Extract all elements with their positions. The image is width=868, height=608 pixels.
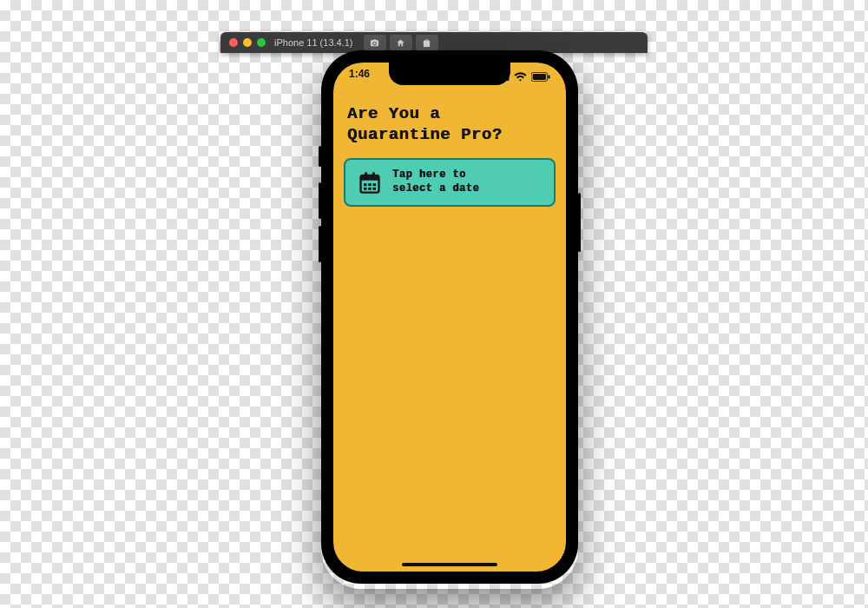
svg-rect-15 bbox=[368, 188, 372, 190]
select-date-label: Tap here to select a date bbox=[392, 169, 479, 195]
svg-rect-13 bbox=[373, 183, 377, 186]
phone-frame: 1:46 Are You a Quarantine Pro? bbox=[321, 50, 578, 584]
svg-rect-9 bbox=[365, 172, 367, 177]
page-title: Are You a Quarantine Pro? bbox=[347, 104, 552, 146]
svg-rect-14 bbox=[364, 188, 367, 190]
clipboard-icon bbox=[422, 38, 431, 48]
phone-notch bbox=[389, 63, 510, 85]
camera-icon bbox=[370, 38, 379, 48]
svg-rect-8 bbox=[361, 175, 379, 181]
wifi-icon bbox=[514, 72, 527, 82]
simulator-title: iPhone 11 (13.4.1) bbox=[274, 37, 353, 48]
zoom-window-button[interactable] bbox=[257, 38, 266, 47]
status-time: 1:46 bbox=[349, 68, 370, 85]
svg-rect-11 bbox=[364, 183, 367, 186]
home-icon bbox=[396, 38, 405, 48]
select-date-button[interactable]: Tap here to select a date bbox=[344, 158, 556, 207]
close-window-button[interactable] bbox=[229, 38, 238, 47]
svg-rect-5 bbox=[533, 74, 546, 80]
simulator-screenshot-button[interactable] bbox=[364, 35, 386, 50]
svg-rect-10 bbox=[372, 172, 375, 177]
phone-screen: 1:46 Are You a Quarantine Pro? bbox=[333, 63, 566, 572]
home-indicator[interactable] bbox=[402, 563, 497, 566]
svg-rect-16 bbox=[373, 188, 377, 190]
simulator-home-button[interactable] bbox=[390, 35, 412, 50]
volume-down-button[interactable] bbox=[319, 226, 321, 262]
window-traffic-lights[interactable] bbox=[229, 38, 266, 47]
svg-rect-6 bbox=[548, 75, 549, 78]
svg-rect-12 bbox=[368, 183, 372, 186]
calendar-icon bbox=[358, 170, 382, 195]
minimize-window-button[interactable] bbox=[243, 38, 252, 47]
power-button[interactable] bbox=[578, 193, 581, 252]
mute-switch[interactable] bbox=[319, 146, 321, 167]
battery-icon bbox=[531, 72, 550, 82]
volume-up-button[interactable] bbox=[319, 182, 321, 219]
simulator-clipboard-button[interactable] bbox=[416, 35, 438, 50]
